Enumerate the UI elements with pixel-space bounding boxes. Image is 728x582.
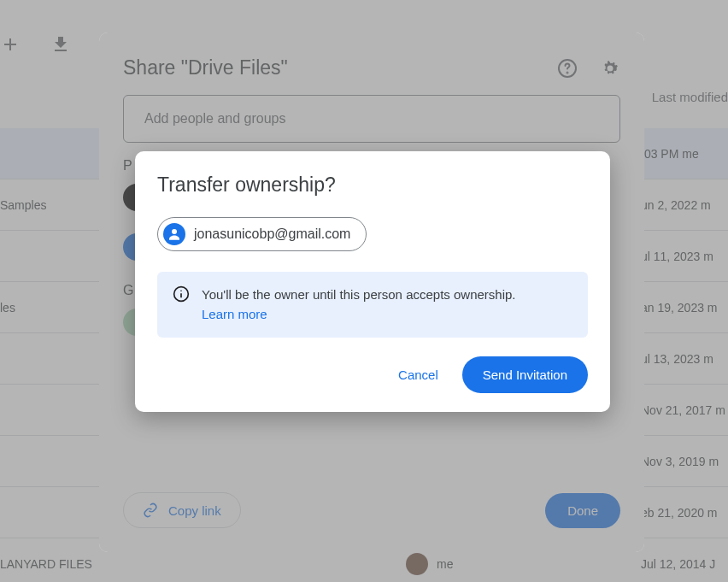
transfer-ownership-dialog: Transfer ownership? jonasunicobp@gmail.c… (135, 151, 610, 412)
copy-link-button[interactable]: Copy link (123, 492, 241, 528)
recipient-chip[interactable]: jonasunicobp@gmail.com (157, 217, 367, 251)
svg-point-5 (180, 290, 182, 291)
info-icon (173, 285, 190, 303)
done-button[interactable]: Done (545, 493, 620, 528)
add-people-input[interactable]: Add people and groups (123, 95, 620, 143)
help-icon[interactable] (557, 58, 578, 79)
svg-point-1 (567, 72, 568, 73)
share-dialog-title: Share "Drive Files" (123, 56, 288, 79)
person-icon (163, 223, 185, 245)
info-banner: You'll be the owner until this person ac… (157, 272, 588, 338)
learn-more-link[interactable]: Learn more (202, 307, 267, 321)
svg-point-0 (559, 60, 576, 77)
recipient-email: jonasunicobp@gmail.com (194, 226, 350, 242)
link-icon (143, 503, 158, 518)
gear-icon[interactable] (600, 58, 620, 79)
send-invitation-button[interactable]: Send Invitation (462, 356, 588, 393)
svg-point-2 (172, 229, 177, 234)
info-text: You'll be the owner until this person ac… (202, 287, 516, 302)
cancel-button[interactable]: Cancel (383, 357, 454, 392)
transfer-dialog-title: Transfer ownership? (157, 173, 588, 197)
